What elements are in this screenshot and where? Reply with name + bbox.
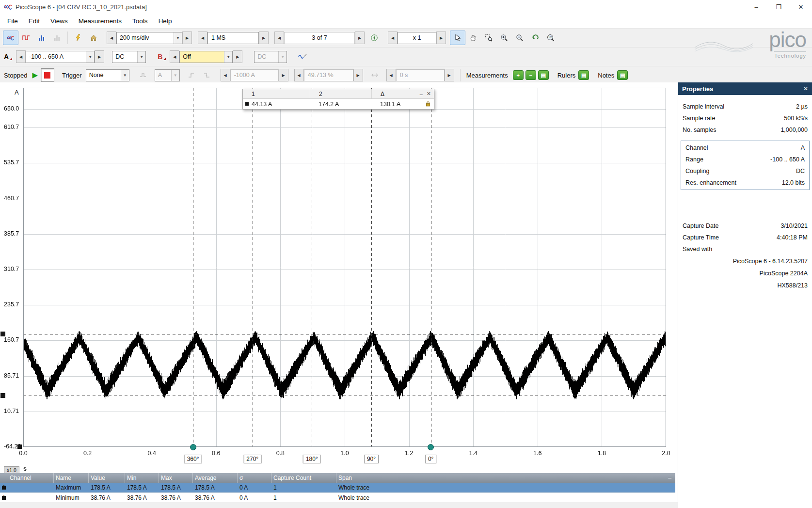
menu-edit[interactable]: Edit	[23, 14, 45, 28]
time-ruler-label[interactable]: 90°	[364, 455, 379, 463]
measurements-add-button[interactable]: +	[513, 70, 524, 80]
pretrigger-increment-button[interactable]: ▶	[353, 69, 363, 81]
marquee-zoom-tool-button[interactable]	[481, 31, 496, 45]
falling-edge-button[interactable]	[199, 68, 215, 82]
samples-increment-button[interactable]: ▶	[259, 32, 269, 44]
undo-zoom-button[interactable]	[527, 31, 543, 45]
table-header-cell[interactable]: Max	[159, 473, 193, 483]
menu-tools[interactable]: Tools	[127, 14, 153, 28]
scope-view-button[interactable]	[3, 31, 18, 45]
zoom-factor[interactable]: x 1	[398, 32, 436, 44]
table-header-cell[interactable]: Name	[54, 473, 89, 483]
trigger-delay-increment-button[interactable]: ▶	[445, 69, 454, 81]
pretrigger-input[interactable]: 49.713 %	[304, 69, 353, 81]
samples-decrement-button[interactable]: ◀	[198, 32, 207, 44]
table-header-cell[interactable]: σ	[238, 473, 271, 483]
channel-a-coupling-select[interactable]: DC ▼	[112, 51, 146, 63]
properties-close-button[interactable]: ✕	[803, 85, 808, 92]
legend-close-button[interactable]: ✕	[427, 91, 431, 97]
menu-measurements[interactable]: Measurements	[73, 14, 127, 28]
time-ruler-dock[interactable]	[17, 444, 22, 449]
menu-help[interactable]: Help	[153, 14, 177, 28]
channel-b-range-decrement-button[interactable]: ◀	[170, 50, 179, 63]
timebase-increment-button[interactable]: ▶	[182, 32, 192, 44]
channel-a-range-increment-button[interactable]: ▶	[95, 50, 104, 63]
chevron-down-icon[interactable]: ▼	[174, 32, 182, 44]
chevron-down-icon[interactable]: ▼	[171, 70, 179, 81]
lock-icon[interactable]	[425, 100, 431, 108]
channel-a-range-select[interactable]: -100 .. 650 A ▼	[26, 51, 95, 63]
time-ruler-label[interactable]: 270°	[243, 455, 261, 463]
level-ruler-handle[interactable]	[0, 332, 5, 336]
trigger-timing-button[interactable]	[367, 68, 382, 82]
waveform-plot[interactable]	[23, 88, 666, 447]
spectrum-view-button[interactable]	[34, 31, 49, 45]
zoom-full-button[interactable]: 100	[543, 31, 558, 45]
trigger-source-select[interactable]: A ▼	[155, 69, 180, 81]
close-button[interactable]: ✕	[790, 0, 812, 14]
measurements-remove-button[interactable]: −	[525, 70, 536, 80]
time-ruler-handle[interactable]	[428, 444, 434, 450]
measurements-grid-button[interactable]: ▤	[538, 70, 549, 80]
maximize-button[interactable]: ❐	[767, 0, 790, 14]
table-header-cell[interactable]: Average	[193, 473, 238, 483]
channel-b-tab[interactable]: B	[158, 53, 166, 61]
advanced-trigger-button[interactable]	[135, 68, 151, 82]
timebase-decrement-button[interactable]: ◀	[107, 32, 116, 44]
buffer-next-button[interactable]: ▶	[355, 32, 365, 44]
table-minimize-button[interactable]: –	[668, 473, 671, 483]
xy-view-button[interactable]	[49, 31, 65, 45]
normal-selection-tool-button[interactable]	[450, 31, 465, 45]
table-header-cell[interactable]: Channel	[0, 473, 54, 483]
trigger-delay-decrement-button[interactable]: ◀	[386, 69, 396, 81]
time-ruler-label[interactable]: 360°	[184, 455, 202, 463]
legend-minimize-button[interactable]: –	[420, 91, 423, 97]
persistence-view-button[interactable]	[18, 31, 34, 45]
chevron-down-icon[interactable]: ▼	[86, 51, 94, 63]
menu-views[interactable]: Views	[45, 14, 73, 28]
pretrigger-decrement-button[interactable]: ◀	[294, 69, 304, 81]
table-row[interactable]: AMaximum178.5 A178.5 A178.5 A178.5 A0 A1…	[0, 483, 675, 493]
zoom-out-tool-button[interactable]	[512, 31, 527, 45]
channel-b-coupling-select[interactable]: DC ▼	[254, 51, 287, 63]
buffer-prev-button[interactable]: ◀	[274, 32, 284, 44]
trigger-level-input[interactable]: -1000 A	[230, 69, 279, 81]
rising-edge-button[interactable]	[184, 68, 199, 82]
rulers-settings-button[interactable]: ▤	[578, 70, 589, 80]
menu-file[interactable]: File	[2, 14, 23, 28]
time-ruler-handle[interactable]	[190, 444, 196, 450]
time-ruler-label[interactable]: 0°	[425, 455, 436, 463]
channel-b-range-select[interactable]: Off ▼	[179, 51, 233, 63]
hand-tool-button[interactable]	[465, 31, 481, 45]
setup-wizard-button[interactable]	[70, 31, 86, 45]
run-button[interactable]: ▶	[32, 71, 38, 79]
notes-button[interactable]: ▤	[617, 70, 628, 80]
ruler-legend[interactable]: 1 2 Δ – ✕ 44.13 A 174.2 A 130.1 A	[242, 89, 434, 110]
timebase-select[interactable]: 200 ms/div ▼	[116, 32, 182, 44]
signal-generator-button[interactable]	[295, 49, 310, 64]
zoom-increment-button[interactable]: ▶	[436, 32, 446, 44]
chevron-down-icon[interactable]: ▼	[278, 51, 287, 63]
stop-button[interactable]	[41, 68, 54, 82]
table-header-cell[interactable]: Min	[125, 473, 159, 483]
table-header-cell[interactable]: Capture Count	[271, 473, 336, 483]
minimize-button[interactable]: –	[745, 0, 767, 14]
trigger-delay-input[interactable]: 0 s	[396, 69, 445, 81]
table-row[interactable]: AMinimum38.76 A38.76 A38.76 A38.76 A0 A1…	[0, 493, 675, 503]
home-button[interactable]	[86, 31, 101, 45]
channel-b-range-increment-button[interactable]: ▶	[233, 50, 242, 63]
table-header-cell[interactable]: Value	[89, 473, 125, 483]
trigger-level-increment-button[interactable]: ▶	[279, 69, 288, 81]
trigger-mode-select[interactable]: None ▼	[86, 69, 129, 81]
trigger-level-decrement-button[interactable]: ◀	[221, 69, 230, 81]
buffer-navigator-button[interactable]	[366, 31, 382, 45]
channel-a-tab[interactable]: A	[4, 53, 12, 61]
samples-input[interactable]: 1 MS	[207, 32, 259, 44]
channel-a-range-decrement-button[interactable]: ◀	[16, 50, 26, 63]
zoom-decrement-button[interactable]: ◀	[388, 32, 398, 44]
chevron-down-icon[interactable]: ▼	[137, 51, 145, 63]
chevron-down-icon[interactable]: ▼	[224, 51, 232, 63]
table-header-cell[interactable]: Span	[336, 473, 675, 483]
zoom-in-tool-button[interactable]	[496, 31, 512, 45]
chevron-down-icon[interactable]: ▼	[121, 70, 129, 81]
